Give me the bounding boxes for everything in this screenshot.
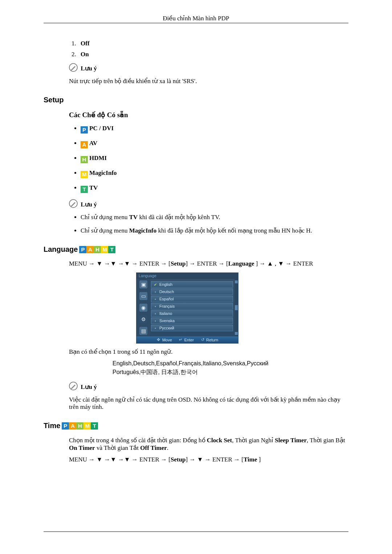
mode-av: AAV bbox=[81, 140, 348, 148]
time-heading-text: Time bbox=[44, 422, 60, 430]
modes-notes-list: Chỉ sử dụng menu TV khi đã cài đặt một h… bbox=[69, 213, 348, 234]
osd-footer-enter: ↵Enter bbox=[179, 337, 194, 342]
note-tv: Chỉ sử dụng menu TV khi đã cài đặt một h… bbox=[81, 213, 348, 221]
badge-a-icon: A bbox=[69, 422, 76, 430]
language-choose-text: Bạn có thể chọn 1 trong số 11 ngôn ngữ. bbox=[69, 348, 348, 356]
osd-side-sound-icon[interactable]: ◉ bbox=[139, 304, 147, 312]
osd-option-francais[interactable]: ▪Français bbox=[151, 303, 233, 309]
language-heading: Language P A H M T bbox=[44, 245, 348, 254]
setup-heading-text: Setup bbox=[44, 96, 64, 104]
osd-scrollbar[interactable] bbox=[234, 279, 238, 336]
note-heading-1: Lưu ý bbox=[69, 63, 348, 72]
check-icon: ✔ bbox=[154, 283, 157, 287]
modes-list: PPC / DVI AAV HHDMI MMagicInfo TTV bbox=[69, 125, 348, 193]
pencil-icon bbox=[69, 63, 78, 72]
on-label: On bbox=[81, 51, 89, 58]
language-list: English,Deutsch,Español,Français,Italian… bbox=[113, 359, 348, 377]
note-heading-2: Lưu ý bbox=[69, 199, 348, 208]
mode-hdmi: HHDMI bbox=[81, 155, 348, 163]
note-label-2: Lưu ý bbox=[81, 201, 97, 208]
page-header: Điều chỉnh Màn hình PDP bbox=[44, 15, 348, 23]
osd-option-deutsch[interactable]: ▪Deutsch bbox=[151, 288, 233, 295]
move-icon: ✥ bbox=[156, 337, 161, 342]
return-icon: ↺ bbox=[200, 337, 205, 342]
scroll-up-icon[interactable] bbox=[235, 280, 238, 283]
badge-m-icon: M bbox=[83, 422, 91, 430]
badge-p-icon: P bbox=[62, 422, 69, 430]
pencil-icon bbox=[69, 199, 78, 208]
scroll-down-icon[interactable] bbox=[235, 332, 238, 335]
mode-magicinfo: MMagicInfo bbox=[81, 169, 348, 178]
osd-option-english[interactable]: ✔English bbox=[151, 281, 233, 288]
osd-side-input-icon[interactable]: ▣ bbox=[139, 280, 147, 288]
setup-heading: Setup bbox=[44, 96, 348, 104]
badge-h-icon: H bbox=[94, 246, 101, 253]
osd-option-russian[interactable]: ▪Русский bbox=[151, 325, 233, 331]
osd-side-multi-icon[interactable]: ▤ bbox=[139, 327, 147, 335]
list-item-on: On bbox=[78, 51, 348, 58]
scroll-thumb[interactable] bbox=[235, 305, 238, 310]
language-note-text: Việc cài đặt ngôn ngữ chỉ có tác dụng tr… bbox=[69, 396, 348, 411]
osd-side-setup-icon[interactable]: ⚙ bbox=[139, 315, 147, 323]
badge-a-icon: A bbox=[81, 141, 88, 148]
mode-pcdvi: PPC / DVI bbox=[81, 125, 348, 134]
time-path: MENU → ▼ →▼ →▼ → ENTER → [Setup] → ▼ → E… bbox=[69, 456, 348, 463]
pencil-icon bbox=[69, 382, 78, 390]
note-magicinfo: Chỉ sử dụng menu MagicInfo khi đã lắp đặ… bbox=[81, 227, 348, 234]
language-path: MENU → ▼ →▼ →▼ → ENTER → [Setup] → ENTER… bbox=[69, 260, 348, 267]
note-label-1: Lưu ý bbox=[81, 65, 97, 72]
badge-h-icon: H bbox=[76, 422, 83, 430]
language-heading-text: Language bbox=[44, 245, 78, 254]
osd-option-italiano[interactable]: ▪Italiano bbox=[151, 310, 233, 317]
time-paragraph: Chọn một trong 4 thông số cài đặt thời g… bbox=[69, 436, 348, 452]
page-header-text: Điều chỉnh Màn hình PDP bbox=[163, 15, 229, 22]
mode-label-av: AV bbox=[89, 140, 97, 147]
osd-language-menu: Language ▣ ▭ ◉ ⚙ ▤ ✔English ▪Deutsch ▪Es… bbox=[136, 272, 238, 344]
badge-m-icon: M bbox=[101, 246, 108, 253]
mode-label-hdmi: HDMI bbox=[89, 155, 107, 161]
note-label-3: Lưu ý bbox=[81, 383, 97, 390]
list-item-off: Off bbox=[78, 40, 348, 47]
time-badges: P A H M T bbox=[62, 422, 98, 430]
badge-p-icon: P bbox=[79, 246, 86, 253]
modes-heading: Các Chế độ Có sẵn bbox=[69, 111, 348, 119]
language-list-line2: Português,中国语, 日本語,한국어 bbox=[113, 368, 348, 377]
mode-label-tv: TV bbox=[89, 184, 98, 191]
modes-heading-text: Các Chế độ Có sẵn bbox=[69, 111, 128, 119]
badge-h-icon: H bbox=[81, 156, 88, 163]
osd-option-espanol[interactable]: ▪Español bbox=[151, 296, 233, 302]
mode-label-pcdvi: PC / DVI bbox=[89, 125, 114, 132]
osd-side-picture-icon[interactable]: ▭ bbox=[139, 292, 147, 300]
off-label: Off bbox=[81, 40, 90, 47]
badge-m-icon: M bbox=[81, 171, 88, 178]
badge-t-icon: T bbox=[91, 422, 98, 430]
badge-t-icon: T bbox=[108, 246, 115, 253]
page-footer-rule bbox=[44, 532, 348, 532]
enter-icon: ↵ bbox=[179, 337, 183, 342]
osd-title: Language bbox=[136, 273, 238, 279]
language-badges: P A H M T bbox=[79, 246, 115, 253]
osd-body: ▣ ▭ ◉ ⚙ ▤ ✔English ▪Deutsch ▪Español ▪Fr… bbox=[136, 279, 238, 336]
osd-option-svenska[interactable]: ▪Svenska bbox=[151, 317, 233, 324]
srs-note-text: Nút trực tiếp trên bộ điều khiển từ xa l… bbox=[69, 77, 348, 85]
badge-p-icon: P bbox=[81, 126, 88, 134]
osd-option-list: ✔English ▪Deutsch ▪Español ▪Français ▪It… bbox=[150, 279, 234, 336]
note-heading-3: Lưu ý bbox=[69, 382, 348, 391]
off-on-list: Off On bbox=[69, 40, 348, 58]
language-list-line1: English,Deutsch,Español,Français,Italian… bbox=[113, 359, 348, 368]
osd-footer-move: ✥Move bbox=[156, 337, 172, 342]
mode-tv: TTV bbox=[81, 184, 348, 193]
osd-sidebar: ▣ ▭ ◉ ⚙ ▤ bbox=[136, 279, 150, 336]
time-heading: Time P A H M T bbox=[44, 422, 348, 430]
badge-t-icon: T bbox=[81, 186, 88, 193]
osd-footer-return: ↺Return bbox=[200, 337, 218, 342]
mode-label-magicinfo: MagicInfo bbox=[89, 169, 117, 176]
osd-footer: ✥Move ↵Enter ↺Return bbox=[136, 336, 238, 343]
badge-a-icon: A bbox=[86, 246, 94, 253]
